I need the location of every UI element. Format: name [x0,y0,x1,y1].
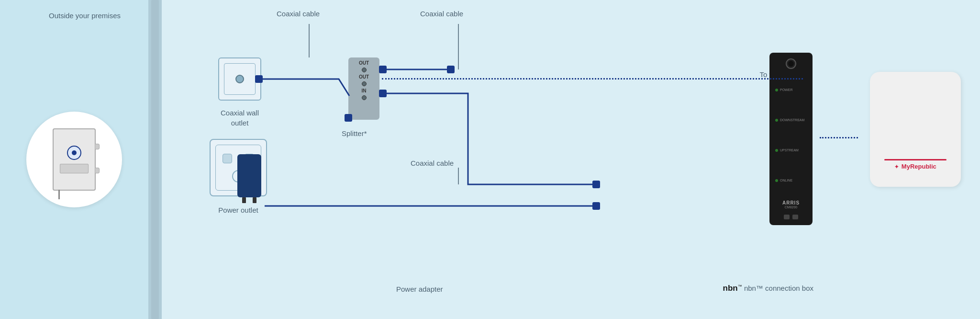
svg-rect-4 [379,90,387,97]
svg-rect-2 [379,66,387,73]
dotted-line-router [820,137,858,138]
outside-section: Outside your premises [0,0,148,319]
outside-premises-label: Outside your premises [11,11,159,21]
nbn-online-row: ONLINE [772,179,810,182]
arris-brand-label: ARRIS [782,200,800,205]
nbn-online-light [775,179,778,182]
router-brand-label: ✦ MyRepublic [894,163,936,170]
nbn-upstream-label: UPSTREAM [780,148,807,152]
splitter-label: Splitter* [342,128,367,138]
socket-hole-left [223,154,232,163]
router-star-icon: ✦ [894,164,899,170]
premises-inner [67,146,81,160]
myrepublic-router: ✦ MyRepublic [870,72,961,187]
svg-rect-3 [447,66,455,73]
wiring-diagram [162,0,980,319]
coaxial-cable-label-3: Coaxial cable [411,158,454,168]
nbn-power-label: POWER [780,88,807,91]
nbn-online-label: ONLINE [780,179,807,182]
coaxial-cable-label-2: Coaxial cable [420,9,463,19]
dotted-line-pay-tv [382,78,803,80]
nbn-power-row: POWER [772,88,810,91]
premises-dot [72,150,77,155]
router-stripe [884,159,947,160]
splitter-out2-label: OUT [359,74,369,80]
wall-outlet-port [235,75,244,83]
inside-section: Coaxial cable Coaxial cable Coaxial cabl… [162,0,980,319]
nbn-downstream-light [775,119,778,122]
nbn-brand: nbn [723,284,738,293]
splitter-in-label: IN [362,88,367,93]
coaxial-cable-label-1: Coaxial cable [277,9,320,19]
nbn-power-light [775,89,778,91]
wall-divider [148,0,162,319]
coaxial-wall-outlet-label: Coaxial wall outlet [218,108,261,128]
power-adapter-label: Power adapter [396,284,443,294]
nbn-downstream-row: DOWNSTREAM [772,118,810,122]
nbn-label-text: nbn™ connection box [744,284,813,292]
coaxial-wall-outlet [218,57,261,101]
nbn-connection-box-label: nbn™ nbn™ connection box [723,283,813,294]
premises-box [53,128,96,191]
premises-circle [26,112,122,207]
splitter: OUT OUT IN [348,57,379,120]
nbn-upstream-light [775,149,778,152]
nbn-status-area: POWER DOWNSTREAM UPSTREAM ONLINE [772,75,810,195]
wall-outlet-inner [224,63,256,95]
main-diagram: Outside your premises [0,0,980,319]
premises-device [26,112,122,207]
nbn-downstream-label: DOWNSTREAM [780,118,807,122]
nbn-upstream-row: UPSTREAM [772,148,810,152]
power-outlet-label: Power outlet [210,205,267,215]
power-adapter-device [237,154,261,197]
arris-model-label: CM8200 [785,205,797,209]
svg-rect-6 [592,202,600,210]
splitter-out1-label: OUT [359,60,369,66]
premises-small-box [60,164,89,173]
svg-rect-5 [592,181,600,188]
nbn-main-indicator [786,58,796,69]
